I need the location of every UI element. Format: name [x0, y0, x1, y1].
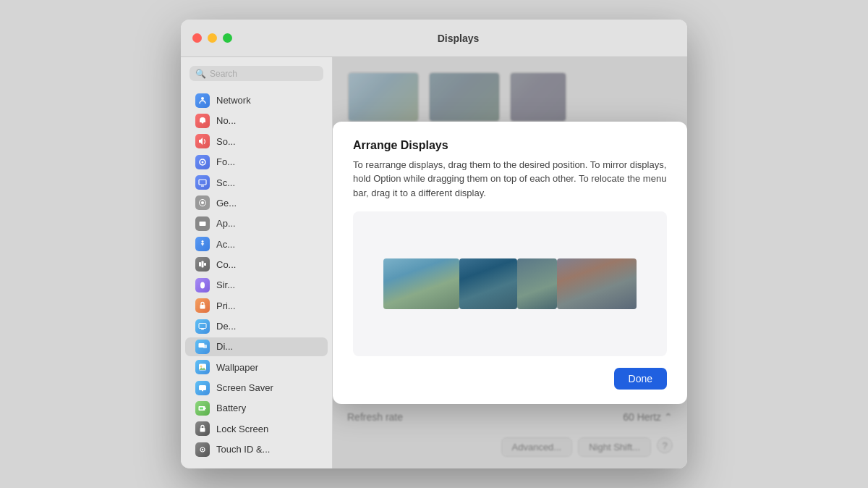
touch-icon — [195, 442, 210, 457]
settings-window: Displays 🔍 Search Network No... — [181, 20, 687, 468]
sidebar-item-siri[interactable]: Sir... — [185, 276, 328, 295]
svg-point-0 — [201, 97, 204, 100]
modal-display-4[interactable] — [557, 258, 637, 309]
done-button[interactable]: Done — [614, 368, 667, 390]
sidebar-item-accessibility[interactable]: Ac... — [185, 235, 328, 253]
sidebar-label-privacy: Pri... — [216, 300, 236, 311]
sidebar-label-battery: Battery — [216, 403, 246, 413]
accessibility-icon — [195, 237, 210, 251]
search-bar[interactable]: 🔍 Search — [190, 66, 323, 81]
modal-display-1[interactable] — [383, 258, 459, 309]
svg-rect-10 — [204, 263, 206, 266]
sidebar-item-control[interactable]: Co... — [185, 255, 328, 274]
sidebar-label-sound: So... — [216, 136, 236, 147]
sidebar: 🔍 Search Network No... So... — [181, 57, 333, 468]
svg-rect-6 — [200, 222, 206, 226]
search-icon: 🔍 — [195, 69, 206, 79]
sidebar-item-screensaver[interactable]: Screen Saver — [185, 378, 328, 397]
appearance-icon — [195, 216, 210, 231]
svg-point-22 — [202, 429, 203, 431]
siri-icon — [195, 278, 210, 293]
screensaver-icon — [195, 381, 210, 395]
minimize-button[interactable] — [208, 33, 217, 43]
close-button[interactable] — [192, 33, 202, 43]
sidebar-item-appearance[interactable]: Ap... — [185, 214, 328, 233]
battery-icon — [195, 401, 210, 416]
sidebar-label-notifications: No... — [216, 115, 236, 126]
svg-rect-3 — [199, 180, 206, 185]
sidebar-label-control: Co... — [216, 259, 236, 270]
displays-icon — [195, 340, 210, 354]
sidebar-label-focus: Fo... — [216, 156, 235, 167]
sidebar-label-screensaver: Screen Saver — [216, 382, 273, 393]
sidebar-item-lockscreen[interactable]: Lock Screen — [185, 419, 328, 438]
sidebar-item-network[interactable]: Network — [185, 91, 328, 109]
sidebar-item-sound[interactable]: So... — [185, 132, 328, 151]
screentime-icon — [195, 175, 210, 190]
sidebar-item-privacy[interactable]: Pri... — [185, 296, 328, 315]
wallpaper-icon — [195, 360, 210, 374]
svg-rect-12 — [200, 305, 205, 309]
sidebar-label-network: Network — [216, 95, 251, 106]
sidebar-label-screentime: Sc... — [216, 177, 235, 188]
svg-point-11 — [200, 282, 205, 288]
svg-point-2 — [202, 161, 204, 163]
sidebar-item-screentime[interactable]: Sc... — [185, 173, 328, 192]
svg-point-7 — [202, 240, 204, 243]
lockscreen-icon — [195, 421, 210, 436]
sidebar-label-touch: Touch ID &... — [216, 444, 270, 455]
sidebar-label-general: Ge... — [216, 198, 237, 209]
svg-rect-13 — [199, 323, 206, 328]
svg-rect-18 — [199, 385, 206, 390]
sidebar-item-touch[interactable]: Touch ID &... — [185, 440, 328, 459]
sidebar-label-appearance: Ap... — [216, 218, 236, 229]
modal-display-area — [353, 211, 667, 356]
maximize-button[interactable] — [223, 33, 232, 43]
desktop-icon — [195, 319, 210, 334]
arrange-displays-modal: Arrange Displays To rearrange displays, … — [333, 122, 687, 405]
sidebar-label-siri: Sir... — [216, 279, 235, 290]
modal-title: Arrange Displays — [353, 139, 667, 152]
focus-icon — [195, 155, 210, 169]
search-placeholder: Search — [210, 69, 237, 79]
main-content: Refresh rate 60 Hertz ⌃ Advanced... Nigh… — [333, 57, 687, 468]
privacy-icon — [195, 298, 210, 313]
sidebar-item-displays[interactable]: Di... — [185, 337, 328, 356]
svg-rect-9 — [202, 261, 204, 268]
sidebar-item-wallpaper[interactable]: Wallpaper — [185, 358, 328, 376]
network-icon — [195, 93, 210, 108]
sidebar-label-desktop: De... — [216, 321, 236, 332]
modal-display-2[interactable] — [459, 258, 517, 309]
sidebar-label-wallpaper: Wallpaper — [216, 362, 258, 373]
sidebar-label-lockscreen: Lock Screen — [216, 424, 268, 434]
svg-rect-8 — [199, 262, 201, 266]
svg-rect-20 — [200, 407, 203, 409]
svg-point-24 — [202, 449, 203, 450]
general-icon — [195, 195, 210, 210]
sound-icon — [195, 134, 210, 148]
modal-display-strip — [383, 258, 637, 309]
window-body: 🔍 Search Network No... So... — [181, 57, 687, 468]
sidebar-label-displays: Di... — [216, 341, 233, 352]
modal-display-3[interactable] — [517, 258, 557, 309]
sidebar-item-general[interactable]: Ge... — [185, 193, 328, 212]
notifications-icon — [195, 114, 210, 128]
sidebar-item-battery[interactable]: Battery — [185, 399, 328, 418]
svg-point-17 — [200, 366, 203, 368]
traffic-lights — [192, 33, 232, 43]
modal-overlay: Arrange Displays To rearrange displays, … — [333, 57, 687, 468]
titlebar: Displays — [181, 20, 687, 57]
svg-point-4 — [201, 201, 204, 204]
window-title: Displays — [241, 33, 676, 44]
sidebar-item-focus[interactable]: Fo... — [185, 153, 328, 172]
modal-footer: Done — [353, 368, 667, 390]
sidebar-label-accessibility: Ac... — [216, 239, 235, 250]
modal-description: To rearrange displays, drag them to the … — [353, 158, 667, 201]
control-icon — [195, 257, 210, 272]
sidebar-item-desktop[interactable]: De... — [185, 316, 328, 335]
sidebar-item-notifications[interactable]: No... — [185, 112, 328, 130]
svg-rect-15 — [203, 345, 207, 348]
